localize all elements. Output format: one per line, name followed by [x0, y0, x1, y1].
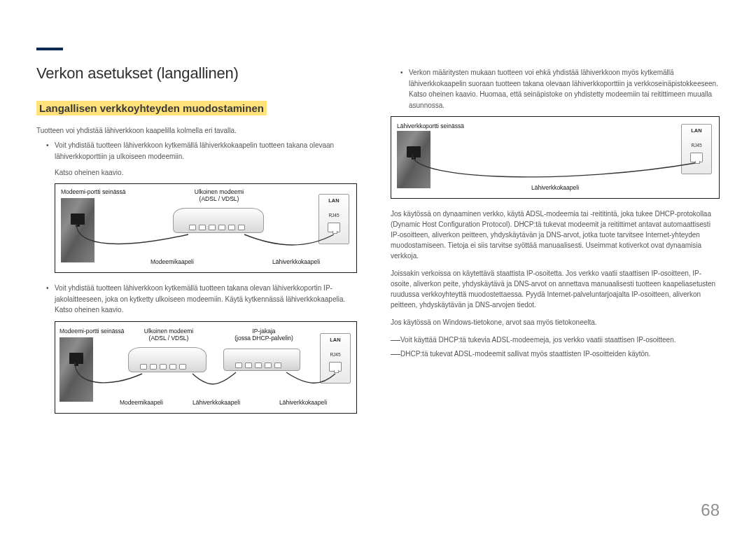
panel-lan-label: LAN: [682, 127, 711, 134]
modem-label-line1: Ulkoinen modeemi: [195, 188, 244, 195]
wall-port-icon: [407, 146, 421, 157]
panel-lan-label: LAN: [319, 197, 349, 204]
device-lan-panel: LAN RJ45: [320, 333, 351, 384]
wall: [61, 198, 94, 262]
wall-port-label: Modeemi-portti seinässä: [61, 188, 126, 195]
panel-rj-label: RJ45: [319, 213, 349, 218]
header-accent-bar: [36, 48, 63, 50]
modem-label-line1: Ulkoinen modeemi: [144, 328, 193, 335]
bullet-list: Voit yhdistää tuotteen lähiverkkoon kytk…: [36, 140, 360, 162]
paragraph-static-ip: Joissakin verkoissa on käytettävä staatt…: [391, 268, 720, 310]
wall: [59, 337, 93, 402]
footnote-2: ― DHCP:tä tukevat ADSL-modeemit sallivat…: [391, 349, 720, 359]
lan-cable-label-2: Lähiverkkokaapeli: [279, 399, 327, 406]
lan-cable-label-1: Lähiverkkokaapeli: [192, 399, 240, 406]
router-ports: [235, 363, 281, 368]
bullet-list: Verkon määritysten mukaan tuotteen voi e…: [391, 67, 720, 111]
dash-icon: ―: [391, 335, 400, 344]
modem-ports: [189, 225, 245, 230]
external-modem: [128, 347, 206, 372]
footnote-1-text: Voit käyttää DHCP:tä tukevia ADSL-modeem…: [400, 336, 676, 344]
page-title: Verkon asetukset (langallinen): [36, 64, 360, 83]
wall-port-label: Modeemi-portti seinässä: [59, 328, 125, 335]
paragraph-windows: Jos käytössä on Windows-tietokone, arvot…: [391, 317, 720, 328]
rj45-port-icon: [329, 362, 342, 372]
footnote-2-text: DHCP:tä tukevat ADSL-modeemit sallivat m…: [400, 350, 650, 358]
diagram-1: Modeemi-portti seinässä Ulkoinen modeemi…: [55, 183, 357, 273]
wall-port-icon: [69, 353, 83, 364]
diagram-2: Modeemi-portti seinässä Ulkoinen modeemi…: [55, 321, 357, 414]
bullet-list: Voit yhdistää tuotteen lähiverkkoon kytk…: [36, 283, 360, 316]
wall: [397, 131, 430, 188]
see-diagram-note: Katso oheinen kaavio.: [36, 167, 360, 178]
bullet-item-3: Verkon määritysten mukaan tuotteen voi e…: [402, 67, 720, 111]
section-subtitle: Langallisen verkkoyhteyden muodostaminen: [36, 101, 267, 115]
device-lan-panel: LAN RJ45: [318, 194, 349, 244]
lan-cable-label: Lähiverkkokaapeli: [272, 258, 320, 265]
right-column: Verkon määritysten mukaan tuotteen voi e…: [391, 64, 720, 423]
bullet-item-2: Voit yhdistää tuotteen lähiverkkoon kytk…: [48, 283, 360, 316]
panel-rj-label: RJ45: [321, 352, 350, 357]
diagram-3: Lähiverkkoportti seinässä LAN RJ45 Lähiv…: [391, 116, 720, 199]
wall-lan-port-label: Lähiverkkoportti seinässä: [397, 122, 464, 129]
dash-icon: ―: [391, 349, 400, 358]
router-label-line2: (jossa DHCP-palvelin): [234, 335, 293, 342]
rj45-port-icon: [328, 223, 340, 232]
external-modem: [173, 208, 264, 233]
wall-port-icon: [71, 213, 85, 225]
lan-cable-label: Lähiverkkokaapeli: [531, 184, 579, 191]
panel-rj-label: RJ45: [682, 143, 711, 148]
modem-label-line2: (ADSL / VDSL): [149, 335, 189, 342]
page-number: 68: [701, 500, 720, 520]
modem-ports: [140, 364, 186, 370]
ip-router: [223, 349, 300, 371]
modem-cable-label: Modeemikaapeli: [120, 399, 163, 406]
two-column-layout: Verkon asetukset (langallinen) Langallis…: [36, 64, 720, 423]
paragraph-dhcp: Jos käytössä on dynaaminen verkko, käytä…: [391, 209, 720, 261]
modem-cable-label: Modeemikaapeli: [150, 258, 194, 265]
left-column: Verkon asetukset (langallinen) Langallis…: [36, 64, 360, 423]
device-lan-panel: LAN RJ45: [681, 124, 712, 174]
footnote-1: ― Voit käyttää DHCP:tä tukevia ADSL-mode…: [391, 335, 720, 345]
panel-lan-label: LAN: [321, 337, 350, 343]
bullet-item-1: Voit yhdistää tuotteen lähiverkkoon kytk…: [48, 140, 360, 162]
rj45-port-icon: [690, 153, 703, 162]
router-label-line1: IP-jakaja: [252, 328, 275, 335]
intro-paragraph: Tuotteen voi yhdistää lähiverkkoon kaape…: [36, 125, 360, 136]
modem-label-line2: (ADSL / VDSL): [200, 195, 239, 202]
